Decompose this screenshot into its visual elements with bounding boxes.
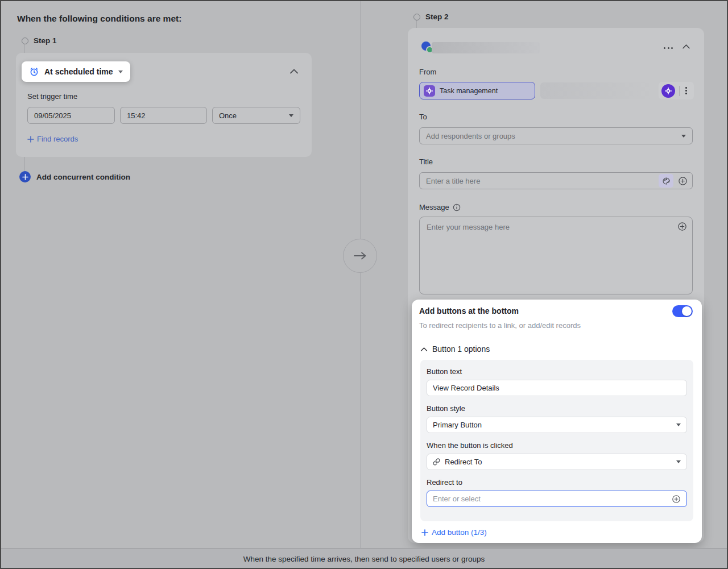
automation-summary-text: When the specified time arrives, then se… — [243, 555, 485, 563]
redirect-to-input[interactable] — [433, 495, 672, 503]
trigger-type-label: At scheduled time — [44, 67, 113, 76]
caret-down-icon — [118, 70, 123, 73]
trigger-time-value: 15:42 — [127, 111, 146, 120]
alarm-clock-icon — [29, 67, 39, 77]
redirect-to-field — [427, 491, 687, 507]
button-text-label: Button text — [427, 367, 687, 376]
button-style-label: Button style — [427, 404, 687, 413]
step-1-label: Step 1 — [34, 36, 57, 45]
plus-icon — [27, 136, 34, 143]
automation-editor-screen: When the following conditions are met: S… — [0, 0, 728, 569]
caret-down-icon — [676, 460, 681, 463]
step-2-header: Step 2 — [413, 13, 449, 21]
insert-field-icon[interactable] — [672, 495, 681, 504]
more-actions-icon[interactable] — [661, 45, 675, 51]
repeat-frequency-select[interactable]: Once — [212, 107, 300, 124]
add-buttons-heading: Add buttons at the bottom — [419, 306, 519, 315]
click-action-select[interactable]: Redirect To — [427, 454, 687, 470]
add-button-link[interactable]: Add button (1/3) — [421, 528, 487, 537]
automation-summary-bar: When the specified time arrives, then se… — [1, 548, 727, 569]
find-records-label: Find records — [37, 135, 78, 143]
task-management-app-icon — [424, 85, 435, 97]
recipients-select[interactable]: Add respondents or groups — [419, 127, 693, 144]
add-concurrent-condition-label: Add concurrent condition — [36, 173, 130, 181]
plus-icon — [421, 529, 428, 536]
message-title-input[interactable] — [426, 177, 654, 185]
add-concurrent-condition-button[interactable]: Add concurrent condition — [19, 171, 130, 182]
message-title-field — [419, 172, 693, 189]
bottom-buttons-panel: Add buttons at the bottom To redirect re… — [412, 300, 702, 543]
palette-icon — [662, 177, 671, 185]
message-label-row: Message — [419, 203, 461, 211]
step-1-header: Step 1 — [22, 36, 57, 45]
repeat-frequency-value: Once — [219, 111, 237, 120]
conditions-title: When the following conditions are met: — [17, 14, 181, 24]
collapse-trigger-card-icon[interactable] — [289, 68, 299, 74]
from-label: From — [419, 68, 436, 76]
add-button-label: Add button (1/3) — [432, 528, 487, 537]
info-icon — [453, 203, 461, 211]
button-text-input[interactable] — [433, 384, 681, 392]
button-style-value: Primary Button — [433, 421, 482, 429]
redacted-action-title-bar — [432, 42, 540, 53]
arrow-right-icon — [353, 251, 367, 260]
kebab-menu-icon[interactable] — [684, 85, 689, 96]
caret-down-icon — [681, 135, 686, 138]
step-2-label: Step 2 — [425, 13, 449, 21]
trigger-date-input[interactable]: 09/05/2025 — [27, 107, 115, 124]
add-buttons-subtitle: To redirect recipients to a link, or add… — [419, 321, 581, 330]
message-body-textarea[interactable] — [420, 217, 692, 294]
step-1-radio[interactable] — [22, 38, 28, 44]
source-base-label: Task management — [440, 87, 498, 95]
click-action-label: When the button is clicked — [427, 441, 687, 450]
toggle-knob — [682, 306, 692, 316]
set-trigger-time-label: Set trigger time — [27, 92, 77, 101]
message-body-field — [419, 217, 693, 294]
button-style-select[interactable]: Primary Button — [427, 417, 687, 433]
click-action-value: Redirect To — [445, 458, 482, 466]
add-buttons-toggle[interactable] — [672, 305, 693, 317]
base-app-icon-button[interactable] — [661, 84, 675, 98]
trigger-date-value: 09/05/2025 — [34, 111, 71, 120]
button-text-field — [427, 380, 687, 396]
button-1-options-collapse[interactable]: Button 1 options — [420, 344, 490, 354]
to-label: To — [419, 113, 427, 121]
redacted-table-selector — [540, 82, 654, 99]
trigger-card: At scheduled time Set trigger time 09/05… — [16, 53, 312, 157]
title-label: Title — [419, 157, 433, 166]
insert-field-icon[interactable] — [677, 222, 687, 231]
step-2-radio[interactable] — [413, 14, 420, 20]
trigger-time-input[interactable]: 15:42 — [120, 107, 207, 124]
text-style-chip[interactable] — [659, 174, 673, 188]
recipients-placeholder: Add respondents or groups — [426, 132, 515, 140]
find-records-link[interactable]: Find records — [27, 135, 78, 143]
vertical-divider — [679, 86, 680, 96]
source-tools-group — [659, 82, 694, 99]
button-1-options-label: Button 1 options — [432, 344, 490, 354]
link-icon — [433, 458, 440, 466]
plus-circle-icon — [19, 171, 31, 182]
button-1-options-box: Button text Button style Primary Button … — [420, 360, 693, 521]
caret-down-icon — [289, 114, 293, 117]
trigger-type-dropdown[interactable]: At scheduled time — [22, 61, 130, 82]
collapse-action-card-icon[interactable] — [682, 44, 690, 49]
click-action-value-row: Redirect To — [433, 458, 482, 466]
step-2-connector-line — [416, 20, 417, 28]
message-label: Message — [419, 203, 449, 211]
redirect-to-label: Redirect to — [427, 478, 687, 487]
caret-down-icon — [676, 423, 681, 426]
flow-arrow-badge — [343, 239, 377, 273]
chevron-up-icon — [420, 347, 428, 352]
source-base-button[interactable]: Task management — [419, 82, 535, 99]
column-divider — [360, 1, 361, 548]
insert-field-icon[interactable] — [678, 176, 688, 186]
